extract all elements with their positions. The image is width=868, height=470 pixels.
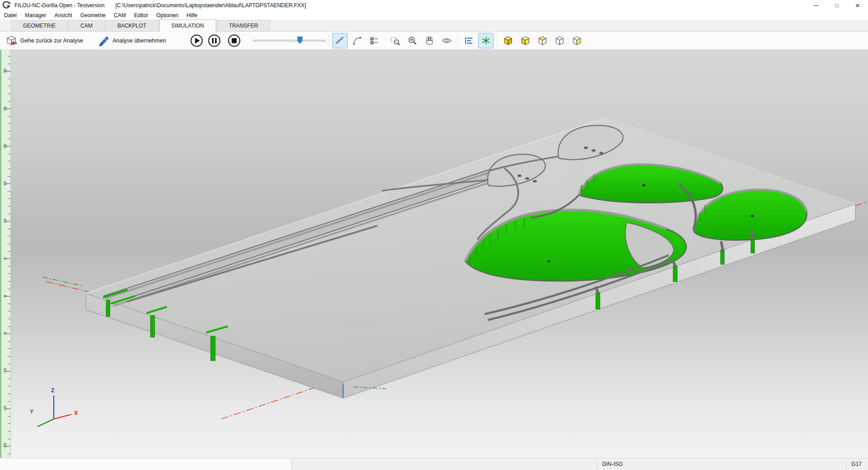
toolbar-separator: [458, 35, 458, 47]
application-window: { "window": { "title": "FILOU-NC-Gorilla…: [0, 0, 868, 470]
status-bar: DIN-ISO G17: [0, 458, 868, 470]
window-title: FILOU-NC-Gorilla Open - Testversion: [14, 2, 104, 9]
ruler-label: -10: [2, 364, 8, 378]
ruler-label: 0: [2, 289, 8, 303]
statusbar-message-area: [0, 458, 292, 470]
stock-wireframe-cube-icon: [554, 35, 565, 46]
arc-mode-icon: [352, 36, 362, 46]
tab-backplot[interactable]: BACKPLOT: [105, 20, 159, 31]
menu-item-ansicht[interactable]: Ansicht: [50, 12, 76, 19]
measure-list-icon: [464, 36, 474, 46]
simulation-viewport: Z Y X: [11, 50, 868, 458]
stock-side-button[interactable]: [569, 33, 585, 48]
statusbar-separator: [845, 460, 846, 469]
measure-list-button[interactable]: [461, 33, 476, 48]
minimize-button[interactable]: —: [806, 0, 826, 11]
ruler-label: 20: [2, 139, 8, 153]
stock-bottom-cube-icon: [520, 35, 531, 46]
ruler-label: -20: [2, 439, 8, 453]
tab-simulation[interactable]: SIMULATION: [159, 19, 216, 32]
nc-format-indicator: DIN-ISO: [602, 461, 623, 467]
zoom-window-icon: [390, 36, 400, 46]
main-area: 30 25 20 15 10 5 0 -5 -10 -15 -20: [0, 50, 868, 458]
statusbar-separator: [597, 460, 597, 469]
menu-item-optionen[interactable]: Optionen: [152, 12, 183, 19]
close-button[interactable]: ✕: [847, 0, 868, 11]
ruler-label: 15: [2, 177, 8, 190]
workpiece-plate: [86, 118, 855, 398]
app-logo-icon: [3, 1, 11, 9]
stock-wireframe-button[interactable]: [552, 33, 567, 48]
menu-item-hilfe[interactable]: Hilfe: [183, 12, 202, 19]
simulation-toolbar: Gehe zurück zur Analyse Analyse übernehm…: [0, 32, 868, 50]
menu-item-cam[interactable]: CAM: [110, 12, 130, 19]
step-mode-button[interactable]: [332, 33, 348, 48]
menu-bar: Datei Manager Ansicht Geometrie CAM Edit…: [0, 11, 868, 20]
menu-item-manager[interactable]: Manager: [21, 12, 50, 19]
axis-x-label: X: [74, 410, 78, 416]
zoom-in-icon: [407, 36, 417, 46]
stop-icon: [227, 34, 241, 47]
arc-mode-button[interactable]: [349, 33, 365, 48]
pan-hand-icon: [425, 36, 434, 46]
back-to-analysis-label: Gehe zurück zur Analyse: [20, 38, 83, 44]
axis-y-label: Y: [30, 409, 33, 415]
simulation-3d-view[interactable]: Z Y X: [11, 50, 868, 458]
stock-side-cube-icon: [571, 35, 582, 46]
zoom-window-button[interactable]: [387, 33, 403, 48]
title-bar: FILOU-NC-Gorilla Open - Testversion [C:\…: [0, 0, 868, 11]
ruler-label: 5: [2, 252, 8, 265]
stop-button[interactable]: [227, 33, 241, 48]
options-checklist-button[interactable]: [367, 33, 382, 48]
axis-z-label: Z: [51, 387, 54, 394]
show-axes-icon: [481, 36, 491, 46]
toolbar-separator: [497, 35, 497, 47]
tab-transfer[interactable]: TRANSFER: [217, 20, 270, 31]
simulation-speed-slider[interactable]: [253, 36, 326, 46]
back-to-analysis-icon: [5, 35, 17, 47]
active-plane-indicator: G17: [851, 461, 862, 467]
axis-triad: Z Y X: [30, 387, 78, 427]
apply-analysis-icon: [98, 35, 109, 47]
play-button[interactable]: [189, 33, 204, 48]
maximize-button[interactable]: □: [826, 0, 847, 11]
back-to-analysis-button[interactable]: Gehe zurück zur Analyse: [2, 34, 87, 47]
options-checklist-icon: [369, 36, 379, 46]
stock-bottom-button[interactable]: [518, 33, 533, 48]
play-icon: [190, 34, 203, 47]
menu-item-datei[interactable]: Datei: [0, 12, 21, 19]
stock-solid-cube-icon: [503, 35, 514, 46]
rotate-view-button[interactable]: [439, 33, 454, 48]
pan-hand-button[interactable]: [422, 33, 437, 48]
rotate-view-icon: [442, 36, 452, 46]
slider-track[interactable]: [253, 40, 326, 42]
step-mode-icon: [335, 36, 345, 46]
stock-solid-button[interactable]: [500, 33, 516, 48]
ruler-label: 10: [2, 214, 8, 228]
document-path: [C:\Users\patrick\Documents\Laptopstaend…: [115, 2, 306, 9]
show-axes-button[interactable]: [478, 33, 494, 48]
pause-icon: [208, 34, 221, 47]
menu-item-geometrie[interactable]: Geometrie: [76, 12, 110, 19]
stock-top-cube-icon: [537, 35, 548, 46]
menu-item-editor[interactable]: Editor: [130, 12, 152, 19]
stock-top-button[interactable]: [535, 33, 550, 48]
ruler-label: -5: [2, 327, 8, 340]
tab-geometrie[interactable]: GEOMETRIE: [11, 20, 68, 31]
ruler-label: 30: [2, 64, 8, 78]
apply-analysis-label: Analyse übernehmen: [113, 38, 166, 44]
window-controls: — □ ✕: [806, 0, 868, 11]
ruler-label: -15: [2, 402, 8, 415]
tab-cam[interactable]: CAM: [68, 20, 105, 31]
apply-analysis-button[interactable]: Analyse übernehmen: [94, 34, 170, 47]
pause-button[interactable]: [207, 33, 222, 48]
mode-tab-bar: GEOMETRIE CAM BACKPLOT SIMULATION TRANSF…: [0, 20, 868, 32]
slider-handle[interactable]: [297, 37, 302, 44]
toolbar-separator: [329, 35, 329, 47]
zoom-in-button[interactable]: [405, 33, 420, 48]
vertical-ruler: 30 25 20 15 10 5 0 -5 -10 -15 -20: [0, 50, 11, 458]
ruler-label: 25: [2, 102, 8, 115]
